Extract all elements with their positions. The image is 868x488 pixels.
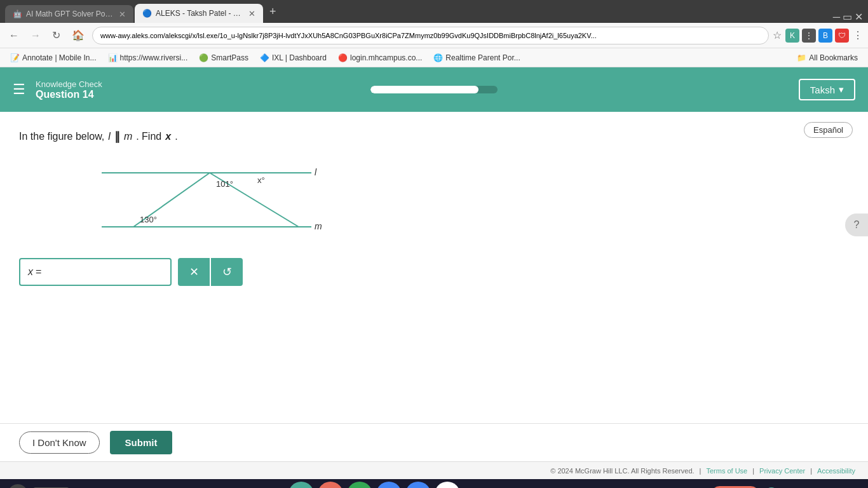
address-bar[interactable] [92, 27, 769, 44]
x-equals-label: x = [19, 258, 172, 286]
input-area: x = ✕ ↺ [19, 258, 849, 286]
folder-icon: 📁 [797, 53, 806, 62]
copyright-text: © 2024 McGraw Hill LLC. All Rights Reser… [550, 467, 694, 475]
taskbar-app-k[interactable]: K [288, 482, 314, 488]
windows-orb[interactable]: ⊞ [8, 484, 28, 488]
tab-close-1[interactable]: ✕ [119, 10, 126, 19]
home-button[interactable]: 🏠 [68, 27, 88, 44]
privacy-link[interactable]: Privacy Center [759, 467, 805, 475]
ext-icon-1[interactable]: K [785, 29, 799, 43]
svg-text:130°: 130° [140, 215, 157, 224]
svg-text:l: l [315, 167, 317, 177]
user-menu-button[interactable]: Taksh ▾ [799, 79, 855, 100]
bookmark-realtime[interactable]: 🌐 Realtime Parent Por... [428, 52, 525, 64]
bookmark-all[interactable]: 📁 All Bookmarks [792, 52, 863, 64]
answer-input[interactable] [44, 263, 146, 281]
bookmark-icon-4: 🔷 [260, 53, 269, 62]
geometry-diagram: l m 101° x° 130° [83, 154, 849, 245]
x-prefix-label: x [28, 266, 33, 278]
clear-icon: ✕ [189, 265, 199, 279]
svg-text:x°: x° [257, 175, 265, 185]
bookmark-icon-6: 🌐 [433, 53, 443, 62]
bookmark-smartpass[interactable]: 🟢 SmartPass [194, 52, 254, 64]
extensions-area: K ⋮ B 🛡 [785, 29, 849, 43]
aleks-footer: I Don't Know Submit [0, 423, 868, 461]
tab-aleks[interactable]: 🔵 ALEKS - Taksh Patel - Knowled ✕ [135, 4, 263, 23]
chrome-menu[interactable]: ⋮ [853, 29, 863, 41]
bookmark-ixl[interactable]: 🔷 IXL | Dashboard [255, 52, 332, 64]
terms-link[interactable]: Terms of Use [706, 467, 747, 475]
reload-button[interactable]: ↻ [48, 27, 64, 44]
taskbar-app-red[interactable]: 🔴 [318, 482, 343, 488]
forward-button[interactable]: → [27, 27, 44, 44]
tab-favicon-2: 🔵 [142, 9, 152, 18]
copyright-bar: © 2024 McGraw Hill LLC. All Rights Reser… [0, 461, 868, 479]
bookmark-star[interactable]: ☆ [773, 29, 782, 41]
tab-label-1: AI Math GPT Solver Powered b [26, 10, 115, 18]
minimize-button[interactable]: ─ [833, 11, 840, 23]
bookmark-annotate[interactable]: 📝 Annotate | Mobile In... [5, 52, 102, 64]
taskbar-app-notes[interactable]: 📋 [405, 482, 431, 488]
bookmark-riversi[interactable]: 📊 https://www.riversi... [103, 52, 193, 64]
dont-know-button[interactable]: I Don't Know [19, 431, 100, 454]
progress-bar-container [370, 86, 498, 93]
submit-button[interactable]: Submit [110, 431, 173, 454]
m-variable: m [124, 131, 132, 142]
espanol-button[interactable]: Español [804, 122, 853, 138]
help-icon: ? [854, 219, 860, 231]
progress-bar-fill [370, 86, 478, 93]
question-number: Question 14 [36, 89, 102, 100]
tab-label-2: ALEKS - Taksh Patel - Knowled [156, 9, 245, 18]
bookmark-icon-1: 📝 [10, 53, 20, 62]
help-button[interactable]: ? [845, 214, 868, 236]
reset-button[interactable]: ↺ [211, 258, 243, 286]
bookmark-icon-2: 📊 [108, 53, 118, 62]
svg-text:101°: 101° [216, 179, 233, 189]
knowledge-check-label: Knowledge Check [36, 79, 102, 89]
ext-icon-3[interactable]: B [818, 29, 832, 43]
button-group: ✕ ↺ [178, 258, 243, 286]
taskbar-apps: K 🔴 📊 📁 📋 🌐 [74, 482, 674, 488]
aleks-header: ☰ Knowledge Check Question 14 Taksh ▾ [0, 67, 868, 112]
svg-text:m: m [315, 221, 322, 231]
new-tab-button[interactable]: + [264, 5, 281, 18]
user-name: Taksh [810, 85, 835, 95]
ext-icon-4[interactable]: 🛡 [835, 29, 849, 43]
taskbar: ⊞ Desk 1 K 🔴 📊 📁 📋 🌐 🔋 🔋 Sign out 2 Oct … [0, 479, 868, 488]
l-variable: l [108, 131, 111, 142]
parallel-symbol: ∥ [114, 130, 120, 144]
tab-close-2[interactable]: ✕ [248, 9, 255, 18]
main-content: Español ? In the figure below, l ∥ m . F… [0, 112, 868, 423]
accessibility-link[interactable]: Accessibility [817, 467, 855, 475]
header-title: Knowledge Check Question 14 [36, 79, 102, 100]
close-window-button[interactable]: ✕ [855, 11, 863, 23]
bookmark-icon-5: 🔴 [338, 53, 348, 62]
taskbar-right: 🔋 🔋 Sign out 2 Oct 29 4:20 US 📶 [679, 486, 860, 489]
clear-button[interactable]: ✕ [178, 258, 210, 286]
x-variable: x [165, 131, 171, 142]
taskbar-app-folder[interactable]: 📁 [376, 482, 402, 488]
tab-ai-math[interactable]: 🤖 AI Math GPT Solver Powered b ✕ [5, 5, 133, 23]
maximize-button[interactable]: ▭ [843, 11, 852, 23]
bookmark-icon-3: 🟢 [199, 53, 208, 62]
taskbar-app-sheets[interactable]: 📊 [347, 482, 372, 488]
signout-button[interactable]: Sign out [711, 486, 759, 489]
ext-icon-2[interactable]: ⋮ [802, 29, 816, 43]
question-text: In the figure below, l ∥ m . Find x . [19, 130, 849, 144]
hamburger-menu[interactable]: ☰ [13, 81, 25, 98]
taskbar-app-chrome[interactable]: 🌐 [435, 482, 460, 488]
reset-icon: ↺ [222, 265, 232, 279]
tab-favicon-1: 🤖 [13, 10, 22, 18]
chevron-down-icon: ▾ [839, 84, 844, 95]
bookmark-mhcampus[interactable]: 🔴 login.mhcampus.co... [333, 52, 427, 64]
back-button[interactable]: ← [5, 27, 23, 44]
